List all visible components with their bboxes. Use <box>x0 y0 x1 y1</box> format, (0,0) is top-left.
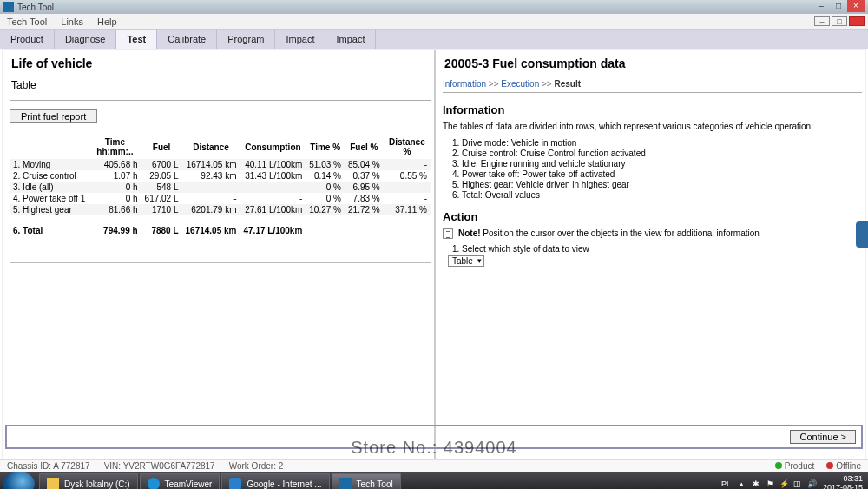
info-list: Drive mode: Vehicle in motionCruise cont… <box>462 138 862 200</box>
taskbar-item-ie[interactable]: Google - Internet ... <box>221 473 329 489</box>
tabbar: Product Diagnose Test Calibrate Program … <box>0 30 868 49</box>
bluetooth-icon[interactable]: ✱ <box>752 479 760 488</box>
cell-tpct: 51.03 % <box>306 159 345 171</box>
table-row: 3. Idle (all)0 h548 L--0 %6.95 %- <box>10 182 431 193</box>
tray-icons[interactable]: ▴ ✱ ⚑ ⚡ ◫ 🔊 <box>738 479 816 488</box>
speaker-icon[interactable]: 🔊 <box>807 479 816 488</box>
col-time: Time hh:mm:.. <box>89 135 141 159</box>
cell-fuel: 1710 L <box>141 204 182 215</box>
info-item: Cruise control: Cruise Control function … <box>462 149 862 158</box>
network-icon[interactable]: ◫ <box>793 479 802 488</box>
right-pane: 20005-3 Fuel consumption data Informatio… <box>434 50 865 459</box>
tray-up-icon[interactable]: ▴ <box>738 479 746 488</box>
cell-cons: 40.11 L/100km <box>240 159 306 171</box>
start-button[interactable] <box>3 472 35 489</box>
cell-dist: - <box>182 193 240 204</box>
cell-time: 1.07 h <box>89 170 141 182</box>
print-fuel-report-button[interactable]: Print fuel report <box>10 109 97 123</box>
minimize-button[interactable]: – <box>812 0 830 12</box>
cell-fpct: 85.04 % <box>345 159 384 171</box>
action-list: Select which style of data to view <box>462 244 862 254</box>
menu-help[interactable]: Help <box>97 17 117 27</box>
taskbar-item-explorer[interactable]: Dysk lokalny (C:) <box>39 473 138 489</box>
crumb-execution[interactable]: Execution <box>501 79 539 89</box>
tab-test[interactable]: Test <box>116 30 157 49</box>
mdi-close[interactable] <box>849 16 865 26</box>
action-footer: Continue > <box>5 425 863 449</box>
taskbar-label: Dysk lokalny (C:) <box>64 479 130 489</box>
tab-impact-2[interactable]: Impact <box>326 30 376 49</box>
crumb-information[interactable]: Information <box>443 79 486 89</box>
cell-label: 4. Power take off 1 <box>10 193 89 204</box>
cell-label: 5. Highest gear <box>10 204 89 215</box>
content-area: Life of vehicle Table Print fuel report … <box>2 49 866 459</box>
cell-tpct: 10.27 % <box>306 204 345 215</box>
cell-label: 3. Idle (all) <box>10 182 89 193</box>
maximize-button[interactable]: □ <box>830 0 847 12</box>
col-label <box>10 135 89 159</box>
status-workorder: Work Order: 2 <box>229 461 284 471</box>
divider <box>443 92 862 93</box>
cell-cons: - <box>240 193 306 204</box>
info-text: The tables of data are divided into rows… <box>443 122 862 131</box>
power-icon[interactable]: ⚡ <box>779 479 788 488</box>
total-time: 794.99 h <box>89 215 141 236</box>
cell-tpct: 0 % <box>306 193 345 204</box>
folder-icon <box>47 478 59 489</box>
note-text: Position the cursor over the objects in … <box>483 228 760 238</box>
table-header: Time hh:mm:.. Fuel Distance Consumption … <box>10 135 431 159</box>
status-chassis: Chassis ID: A 772817 <box>7 461 90 471</box>
col-consumption: Consumption <box>240 135 306 159</box>
cell-time: 0 h <box>89 182 141 193</box>
cell-dist: 92.43 km <box>182 170 240 182</box>
note-label: Note! <box>458 228 481 238</box>
tab-impact-1[interactable]: Impact <box>275 30 326 49</box>
cell-dist: - <box>182 182 240 193</box>
taskbar-item-techtool[interactable]: Tech Tool <box>332 473 401 489</box>
action-item: Select which style of data to view <box>462 244 862 254</box>
tab-diagnose[interactable]: Diagnose <box>55 30 116 49</box>
cell-fuel: 617.02 L <box>141 193 182 204</box>
mdi-minimize[interactable]: – <box>814 16 830 26</box>
close-button[interactable]: × <box>847 0 865 12</box>
taskbar-label: Tech Tool <box>357 479 393 489</box>
cell-dpct: 37.11 % <box>384 204 431 215</box>
taskbar-item-teamviewer[interactable]: TeamViewer <box>140 473 220 489</box>
menu-links[interactable]: Links <box>61 17 83 27</box>
menu-techtool[interactable]: Tech Tool <box>7 17 47 27</box>
right-title: 20005-3 Fuel consumption data <box>444 56 862 70</box>
clock[interactable]: 03:31 2017-08-15 <box>823 475 863 489</box>
cell-dpct: - <box>384 182 431 193</box>
cell-dist: 16714.05 km <box>182 159 240 171</box>
window-title: Tech Tool <box>17 3 54 12</box>
cell-fpct: 7.83 % <box>345 193 384 204</box>
info-item: Highest gear: Vehicle driven in highest … <box>462 180 862 189</box>
cell-dpct: - <box>384 159 431 171</box>
side-drawer-handle[interactable] <box>856 221 868 248</box>
fuel-table: Time hh:mm:.. Fuel Distance Consumption … <box>10 135 431 236</box>
cell-cons: 31.43 L/100km <box>240 170 306 182</box>
window-titlebar: Tech Tool – □ × <box>0 0 868 14</box>
tab-product[interactable]: Product <box>0 30 55 49</box>
teamviewer-icon <box>148 478 160 489</box>
style-select[interactable]: Table <box>448 255 484 267</box>
flag-icon[interactable]: ⚑ <box>766 479 774 488</box>
continue-button[interactable]: Continue > <box>790 430 856 444</box>
mdi-restore[interactable]: □ <box>832 16 847 26</box>
cell-time: 81.66 h <box>89 204 141 215</box>
info-item: Idle: Engine running and vehicle station… <box>462 159 862 169</box>
menubar: Tech Tool Links Help – □ <box>0 14 868 30</box>
cell-label: 1. Moving <box>10 159 89 171</box>
tab-calibrate[interactable]: Calibrate <box>157 30 217 49</box>
taskbar-label: Google - Internet ... <box>247 479 321 489</box>
left-pane: Life of vehicle Table Print fuel report … <box>3 50 434 459</box>
tab-program[interactable]: Program <box>217 30 275 49</box>
info-item: Power take off: Power take-off activated <box>462 169 862 179</box>
col-dist-pct: Distance % <box>384 135 431 159</box>
status-bar: Chassis ID: A 772817 VIN: YV2RTW0G6FA772… <box>0 459 868 472</box>
breadcrumb: Information >> Execution >> Result <box>443 79 862 89</box>
info-item: Total: Overall values <box>462 190 862 200</box>
cell-cons: 27.61 L/100km <box>240 204 306 215</box>
tray-lang[interactable]: PL <box>721 479 731 488</box>
taskbar: Dysk lokalny (C:) TeamViewer Google - In… <box>0 472 868 489</box>
